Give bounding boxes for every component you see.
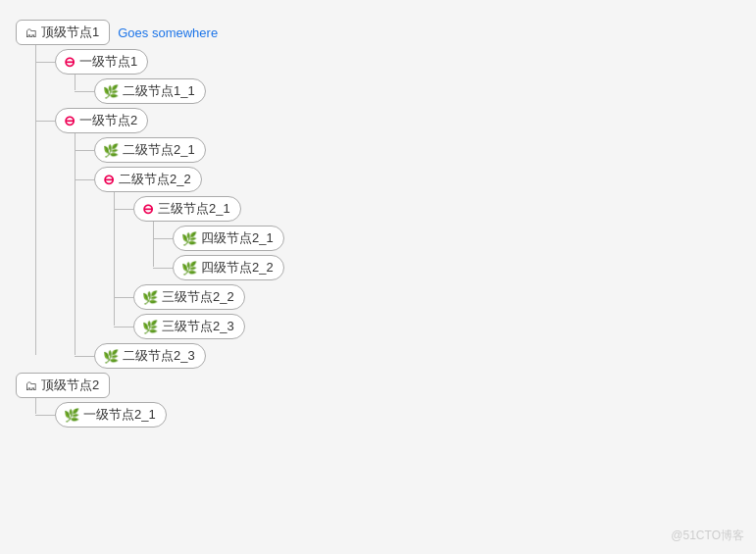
node-label: 一级节点2 — [79, 112, 137, 129]
tree-node: 🌿三级节点2_2 — [133, 284, 740, 310]
node-box-l3n2_2[interactable]: 🌿三级节点2_2 — [133, 284, 245, 310]
tree-node: 🌿二级节点2_1 — [94, 137, 740, 163]
tree-node-row: 🌿二级节点1_1 — [94, 78, 740, 104]
leaf-icon: 🌿 — [181, 231, 197, 246]
tree-container: 🗂顶级节点1Goes somewhere⊖一级节点1🌿二级节点1_1⊖一级节点2… — [16, 20, 740, 428]
collapse-icon: ⊖ — [142, 201, 154, 217]
tree-children: 🌿二级节点2_1⊖二级节点2_2⊖三级节点2_1🌿四级节点2_1🌿四级节点2_2… — [94, 137, 740, 369]
node-label: 二级节点2_3 — [123, 347, 195, 365]
folder-icon: 🗂 — [25, 25, 37, 40]
tree-children: 🌿四级节点2_1🌿四级节点2_2 — [173, 226, 740, 280]
node-box-l1n2_1[interactable]: 🌿一级节点2_1 — [55, 402, 167, 428]
collapse-icon: ⊖ — [64, 113, 76, 128]
tree-node-row: 🌿四级节点2_2 — [173, 255, 740, 280]
node-label: 三级节点2_1 — [158, 200, 230, 218]
node-box-l2n1_1[interactable]: 🌿二级节点1_1 — [94, 78, 206, 104]
tree-children: 🌿一级节点2_1 — [55, 402, 740, 428]
leaf-icon: 🌿 — [103, 143, 119, 158]
node-box-l1n1[interactable]: ⊖一级节点1 — [55, 49, 148, 75]
tree-node: ⊖一级节点2🌿二级节点2_1⊖二级节点2_2⊖三级节点2_1🌿四级节点2_1🌿四… — [55, 108, 740, 369]
tree-node-row: ⊖一级节点2 — [55, 108, 740, 133]
tree-node-row: 🗂顶级节点1Goes somewhere — [16, 20, 740, 45]
tree-node-row: 🌿四级节点2_1 — [173, 226, 740, 251]
folder-icon: 🗂 — [25, 378, 37, 393]
tree-children: ⊖三级节点2_1🌿四级节点2_1🌿四级节点2_2🌿三级节点2_2🌿三级节点2_3 — [133, 196, 740, 339]
node-label: 二级节点1_1 — [123, 82, 195, 100]
node-label: 顶级节点1 — [41, 24, 99, 41]
node-label: 二级节点2_2 — [119, 171, 191, 188]
leaf-icon: 🌿 — [64, 408, 79, 423]
leaf-icon: 🌿 — [142, 320, 158, 334]
tree-node-row: 🌿三级节点2_3 — [133, 314, 740, 339]
tree-node: 🗂顶级节点2🌿一级节点2_1 — [16, 373, 740, 428]
node-label: 二级节点2_1 — [123, 141, 195, 159]
tree-node: 🌿三级节点2_3 — [133, 314, 740, 339]
tree-node-row: 🌿一级节点2_1 — [55, 402, 740, 428]
node-box-l1n2[interactable]: ⊖一级节点2 — [55, 108, 148, 133]
node-box-l4n2_1[interactable]: 🌿四级节点2_1 — [173, 226, 284, 251]
tree-node: 🌿四级节点2_1 — [173, 226, 740, 251]
tree-node: 🗂顶级节点1Goes somewhere⊖一级节点1🌿二级节点1_1⊖一级节点2… — [16, 20, 740, 369]
tree-node-row: ⊖二级节点2_2 — [94, 167, 740, 192]
leaf-icon: 🌿 — [103, 349, 119, 364]
tree-node-row: 🌿三级节点2_2 — [133, 284, 740, 310]
tree-node-row: 🗂顶级节点2 — [16, 373, 740, 398]
node-link[interactable]: Goes somewhere — [118, 25, 218, 40]
tree-node: ⊖二级节点2_2⊖三级节点2_1🌿四级节点2_1🌿四级节点2_2🌿三级节点2_2… — [94, 167, 740, 339]
tree-node: 🌿二级节点2_3 — [94, 343, 740, 369]
node-label: 三级节点2_3 — [162, 318, 234, 335]
node-label: 三级节点2_2 — [162, 288, 234, 306]
leaf-icon: 🌿 — [181, 261, 197, 276]
tree-node-row: 🌿二级节点2_1 — [94, 137, 740, 163]
node-box-top1[interactable]: 🗂顶级节点1 — [16, 20, 110, 45]
collapse-icon: ⊖ — [103, 172, 115, 187]
tree-node: 🌿二级节点1_1 — [94, 78, 740, 104]
node-label: 四级节点2_1 — [201, 229, 274, 247]
tree-node: 🌿四级节点2_2 — [173, 255, 740, 280]
leaf-icon: 🌿 — [103, 84, 119, 99]
collapse-icon: ⊖ — [64, 54, 76, 70]
node-label: 一级节点1 — [79, 53, 137, 71]
node-label: 四级节点2_2 — [201, 259, 274, 277]
node-box-l2n2_3[interactable]: 🌿二级节点2_3 — [94, 343, 206, 369]
node-label: 顶级节点2 — [41, 377, 99, 394]
watermark: @51CTO博客 — [671, 528, 744, 544]
node-box-top2[interactable]: 🗂顶级节点2 — [16, 373, 110, 398]
tree-node-row: ⊖一级节点1 — [55, 49, 740, 75]
node-box-l2n2_1[interactable]: 🌿二级节点2_1 — [94, 137, 206, 163]
tree-node-row: ⊖三级节点2_1 — [133, 196, 740, 222]
node-box-l3n2_1[interactable]: ⊖三级节点2_1 — [133, 196, 241, 222]
node-label: 一级节点2_1 — [83, 406, 156, 424]
tree-node-row: 🌿二级节点2_3 — [94, 343, 740, 369]
leaf-icon: 🌿 — [142, 290, 158, 305]
tree-node: 🌿一级节点2_1 — [55, 402, 740, 428]
tree-node: ⊖一级节点1🌿二级节点1_1 — [55, 49, 740, 104]
tree-children: ⊖一级节点1🌿二级节点1_1⊖一级节点2🌿二级节点2_1⊖二级节点2_2⊖三级节… — [55, 49, 740, 369]
tree-children: 🌿二级节点1_1 — [94, 78, 740, 104]
node-box-l4n2_2[interactable]: 🌿四级节点2_2 — [173, 255, 284, 280]
node-box-l2n2_2[interactable]: ⊖二级节点2_2 — [94, 167, 202, 192]
node-box-l3n2_3[interactable]: 🌿三级节点2_3 — [133, 314, 245, 339]
tree-node: ⊖三级节点2_1🌿四级节点2_1🌿四级节点2_2 — [133, 196, 740, 280]
